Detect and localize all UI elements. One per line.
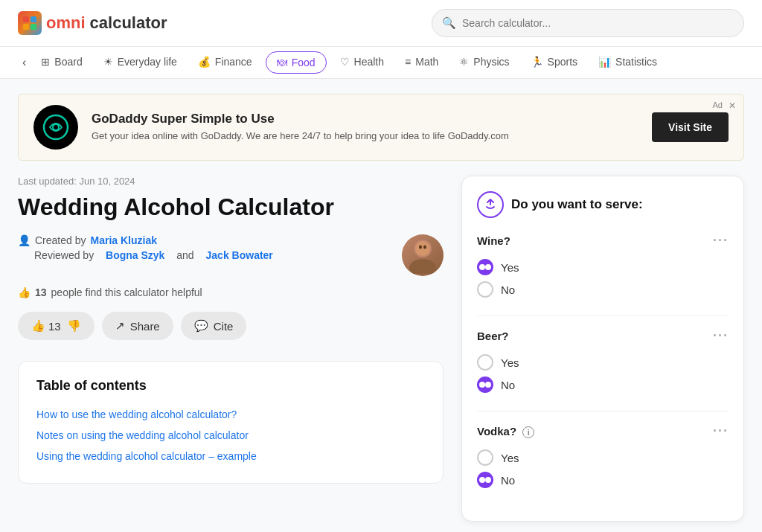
page-title: Wedding Alcohol Calculator [18, 193, 444, 221]
beer-yes-label: Yes [501, 356, 519, 369]
content-area: Last updated: Jun 10, 2024 Wedding Alcoh… [0, 176, 762, 532]
wine-yes-option[interactable]: Yes [477, 256, 729, 278]
thumbsup-icon: 👍 [18, 286, 31, 298]
svg-rect-0 [23, 16, 29, 22]
tab-health[interactable]: ♡ Health [330, 47, 394, 78]
vodka-label: Vodka? i [477, 425, 534, 438]
creator-link[interactable]: Maria Kluziak [90, 234, 156, 246]
site-header: omni calculator 🔍 [0, 0, 762, 47]
wine-no-option[interactable]: No [477, 278, 729, 301]
vodka-info-icon[interactable]: i [522, 426, 534, 438]
vodka-question: Vodka? i ··· Yes No [477, 423, 729, 491]
ad-text: GoDaddy Super Simple to Use Get your ide… [92, 112, 638, 143]
avatar-image [402, 234, 444, 276]
vodka-no-label: No [501, 474, 515, 487]
beer-no-label: No [501, 379, 515, 391]
svg-point-5 [53, 124, 59, 130]
svg-rect-2 [23, 24, 29, 30]
health-icon: ♡ [340, 56, 350, 68]
search-input[interactable] [432, 9, 744, 37]
vodka-yes-radio[interactable] [477, 449, 493, 466]
toc-title: Table of contents [36, 378, 425, 394]
nav-arrow-left[interactable]: ‹ [18, 50, 31, 75]
svg-point-10 [423, 246, 426, 249]
search-bar: 🔍 [432, 9, 744, 37]
share-icon: ↗ [115, 319, 125, 333]
tab-sports[interactable]: 🏃 Sports [520, 47, 588, 78]
vodka-yes-label: Yes [501, 452, 519, 464]
wine-label-row: Wine? ··· [477, 233, 729, 249]
ad-visit-button[interactable]: Visit Site [652, 112, 729, 142]
svg-point-4 [44, 115, 68, 139]
toc-link-3[interactable]: Using the wedding alcohol calculator – e… [36, 446, 425, 467]
beer-no-option[interactable]: No [477, 374, 729, 396]
vodka-label-row: Vodka? i ··· [477, 423, 729, 439]
calc-header-icon [477, 191, 504, 218]
meta-row: 👤 Created by Maria Kluziak Reviewed by B… [18, 234, 444, 276]
calc-header-title: Do you want to serve: [511, 197, 643, 212]
tab-math[interactable]: ≡ Math [394, 47, 449, 78]
math-icon: ≡ [405, 56, 411, 68]
toc-link-2[interactable]: Notes on using the wedding alcohol calcu… [36, 425, 425, 446]
wine-label: Wine? [477, 234, 510, 247]
svg-point-8 [415, 241, 430, 256]
logo-icon [18, 11, 42, 35]
meta-text: 👤 Created by Maria Kluziak Reviewed by B… [18, 234, 390, 261]
beer-question: Beer? ··· Yes No [477, 328, 729, 396]
everyday-icon: ☀ [103, 56, 113, 68]
vodka-no-radio[interactable] [477, 472, 493, 488]
beer-vodka-divider [477, 411, 729, 411]
cite-button[interactable]: 💬 Cite [181, 312, 247, 340]
vodka-no-option[interactable]: No [477, 469, 729, 491]
tab-board[interactable]: ⊞ Board [31, 47, 92, 78]
beer-yes-option[interactable]: Yes [477, 351, 729, 374]
calculator-widget: Do you want to serve: Wine? ··· Yes [461, 176, 744, 522]
nav-tabs: ‹ ⊞ Board ☀ Everyday life 💰 Finance 🍽 Fo… [0, 47, 762, 79]
helpful-row: 👍 13 people find this calculator helpful [18, 286, 444, 298]
tab-statistics[interactable]: 📊 Statistics [588, 47, 667, 78]
statistics-icon: 📊 [598, 56, 611, 68]
calculator-widget-column: Do you want to serve: Wine? ··· Yes [461, 176, 744, 522]
thumbsup-btn-icon: 👍 [31, 319, 45, 333]
reviewer1-link[interactable]: Bogna Szyk [106, 249, 164, 261]
like-button[interactable]: 👍 13 👎 [18, 312, 95, 340]
share-button[interactable]: ↗ Share [102, 312, 173, 340]
svg-rect-3 [31, 24, 36, 30]
finance-icon: 💰 [198, 56, 211, 68]
svg-rect-1 [31, 16, 36, 22]
sports-icon: 🏃 [531, 56, 543, 68]
wine-no-radio[interactable] [477, 281, 493, 298]
svg-point-9 [419, 246, 422, 249]
vodka-options-menu[interactable]: ··· [713, 423, 729, 439]
svg-point-7 [409, 259, 436, 274]
article-column: Last updated: Jun 10, 2024 Wedding Alcoh… [18, 176, 444, 484]
calc-header: Do you want to serve: [477, 191, 729, 218]
wine-yes-label: Yes [501, 261, 519, 274]
beer-label-row: Beer? ··· [477, 328, 729, 344]
food-icon: 🍽 [277, 57, 287, 68]
ad-label-text: Ad [713, 100, 723, 109]
vodka-yes-option[interactable]: Yes [477, 446, 729, 469]
beer-yes-radio[interactable] [477, 354, 493, 371]
ad-banner: GoDaddy Super Simple to Use Get your ide… [18, 94, 744, 161]
site-logo[interactable]: omni calculator [18, 11, 167, 35]
tab-food[interactable]: 🍽 Food [266, 51, 327, 74]
table-of-contents: Table of contents How to use the wedding… [18, 361, 444, 484]
thumbsdown-icon: 👎 [67, 319, 81, 333]
physics-icon: ⚛ [459, 56, 469, 68]
meta-created: 👤 Created by Maria Kluziak [18, 234, 390, 246]
tab-everyday[interactable]: ☀ Everyday life [93, 47, 188, 78]
meta-reviewed: Reviewed by Bogna Szyk and Jack Bowater [18, 249, 390, 261]
person-icon: 👤 [18, 234, 31, 246]
wine-question: Wine? ··· Yes No [477, 233, 729, 301]
beer-no-radio[interactable] [477, 376, 493, 393]
wine-no-label: No [501, 283, 515, 296]
toc-link-1[interactable]: How to use the wedding alcohol calculato… [36, 404, 425, 425]
tab-physics[interactable]: ⚛ Physics [449, 47, 519, 78]
beer-options-menu[interactable]: ··· [713, 328, 729, 344]
ad-close-button[interactable]: ✕ [729, 100, 736, 111]
tab-finance[interactable]: 💰 Finance [188, 47, 263, 78]
wine-options-menu[interactable]: ··· [713, 233, 729, 249]
wine-yes-radio[interactable] [477, 259, 493, 275]
reviewer2-link[interactable]: Jack Bowater [206, 249, 273, 261]
